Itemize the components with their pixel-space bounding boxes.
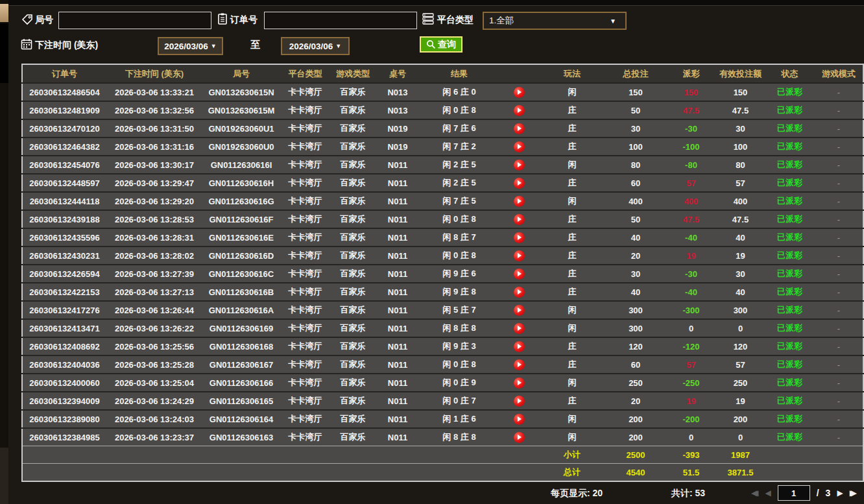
cell-bet-time: 2026-03-06 13:31:50: [106, 119, 202, 138]
play-icon[interactable]: [514, 305, 525, 316]
cell-payout: 400: [666, 192, 716, 210]
cell-round-number: GN019263060U1: [202, 119, 280, 138]
play-icon[interactable]: [514, 414, 525, 425]
cell-platform: 卡卡湾厅: [280, 301, 330, 319]
play-icon[interactable]: [514, 323, 525, 334]
cell-valid-bet: 300: [716, 301, 765, 319]
cell-game-mode: -: [815, 319, 863, 337]
cell-replay: [499, 374, 539, 392]
cell-status: 已派彩: [765, 156, 815, 174]
cell-game-mode: -: [815, 192, 863, 210]
play-icon[interactable]: [514, 250, 525, 261]
cell-platform: 卡卡湾厅: [280, 138, 330, 156]
play-icon[interactable]: [514, 141, 525, 152]
cell-platform: 卡卡湾厅: [280, 83, 330, 101]
cell-replay: [499, 246, 539, 265]
cell-payout: 57: [666, 174, 716, 192]
cell-platform: 卡卡湾厅: [280, 156, 330, 174]
cell-total-bet: 100: [605, 138, 666, 156]
cell-table-number: N011: [376, 228, 420, 246]
cell-total-bet: 40: [605, 283, 666, 301]
cell-total-bet: 20: [605, 392, 666, 410]
play-icon[interactable]: [514, 123, 525, 134]
play-icon[interactable]: [514, 87, 525, 98]
cell-order-number: 260306132435596: [22, 228, 106, 246]
cell-platform: 卡卡湾厅: [280, 101, 330, 119]
order-number-input[interactable]: [264, 12, 417, 29]
cell-platform: 卡卡湾厅: [280, 174, 330, 192]
cell-platform: 卡卡湾厅: [280, 119, 330, 138]
cell-valid-bet: 0: [716, 428, 765, 446]
cell-result: 闲 0 庄 7: [420, 392, 499, 410]
cell-result: 闲 7 庄 6: [420, 119, 499, 138]
cell-game-mode: -: [815, 428, 863, 446]
play-icon[interactable]: [514, 232, 525, 243]
platform-type-select[interactable]: 1.全部 ▼: [483, 12, 627, 30]
cell-total-bet: 150: [605, 83, 666, 101]
first-page-icon[interactable]: ◀◀: [751, 486, 758, 500]
next-page-icon[interactable]: ▶: [837, 486, 843, 500]
cell-round-number: GN0112630616B: [202, 283, 280, 301]
cell-bet-time: 2026-03-06 13:31:16: [106, 138, 202, 156]
search-button[interactable]: 查询: [420, 36, 462, 53]
order-number-label: 订单号: [230, 14, 258, 26]
cell-order-number: 260306132470120: [22, 119, 106, 138]
play-icon[interactable]: [514, 196, 525, 207]
cell-valid-bet: 120: [716, 337, 765, 355]
cell-total-bet: 40: [605, 228, 666, 246]
date-to-select[interactable]: 2026/03/06 ▼: [281, 37, 350, 55]
cell-bet-time: 2026-03-06 13:26:44: [106, 301, 202, 319]
cell-total-bet: 20: [605, 246, 666, 265]
cell-total-bet: 30: [605, 265, 666, 283]
cell-game-type: 百家乐: [330, 119, 376, 138]
play-icon[interactable]: [514, 178, 525, 189]
play-icon[interactable]: [514, 341, 525, 352]
cell-result: 闲 0 庄 8: [420, 355, 499, 374]
play-icon[interactable]: [514, 160, 525, 171]
cell-payout: 47.5: [666, 210, 716, 228]
bet-record-row: 260306132470120 2026-03-06 13:31:50 GN01…: [22, 119, 863, 138]
play-icon[interactable]: [514, 214, 525, 225]
cell-game-mode: -: [815, 138, 863, 156]
play-icon[interactable]: [514, 287, 525, 298]
server-icon: [422, 13, 434, 25]
cell-status: 已派彩: [765, 319, 815, 337]
round-number-input[interactable]: [58, 12, 211, 29]
cell-table-number: N011: [376, 355, 420, 374]
cell-bet-time: 2026-03-06 13:28:02: [106, 246, 202, 265]
cell-bet-time: 2026-03-06 13:26:22: [106, 319, 202, 337]
cell-valid-bet: 47.5: [716, 101, 765, 119]
cell-bet-side: 庄: [539, 392, 605, 410]
cell-bet-side: 庄: [539, 210, 605, 228]
cell-game-mode: -: [815, 410, 863, 428]
cell-round-number: GN01126306168: [202, 337, 280, 355]
page-number-input[interactable]: [778, 485, 810, 501]
cell-valid-bet: 200: [716, 410, 765, 428]
play-icon[interactable]: [514, 269, 525, 280]
play-icon[interactable]: [514, 396, 525, 407]
cell-table-number: N011: [376, 192, 420, 210]
cell-valid-bet: 19: [716, 392, 765, 410]
col-header-game-mode: 游戏模式: [815, 64, 863, 83]
cell-result: 闲 8 庄 8: [420, 428, 499, 446]
cell-result: 闲 7 庄 5: [420, 192, 499, 210]
play-icon[interactable]: [514, 378, 525, 389]
total-record-count: 共计: 53: [671, 488, 705, 499]
cell-round-number: GN019263060U0: [202, 138, 280, 156]
cell-game-type: 百家乐: [330, 138, 376, 156]
play-icon[interactable]: [514, 359, 525, 370]
cell-bet-side: 庄: [539, 119, 605, 138]
platform-type-value: 1.全部: [489, 15, 514, 27]
cell-bet-side: 庄: [539, 337, 605, 355]
cell-round-number: GN0132630615M: [202, 101, 280, 119]
pagination: ◀◀ ◀ / 3 ▶ ▶▶: [751, 485, 857, 501]
cell-bet-side: 闲: [539, 301, 605, 319]
date-from-select[interactable]: 2026/03/06 ▼: [158, 37, 223, 55]
play-icon[interactable]: [514, 105, 525, 116]
last-page-icon[interactable]: ▶▶: [850, 486, 857, 500]
cell-payout: -80: [666, 156, 716, 174]
table-body: 260306132486504 2026-03-06 13:33:21 GN01…: [22, 83, 863, 446]
play-icon[interactable]: [514, 432, 525, 443]
cell-payout: -40: [666, 228, 716, 246]
prev-page-icon[interactable]: ◀: [765, 486, 771, 500]
